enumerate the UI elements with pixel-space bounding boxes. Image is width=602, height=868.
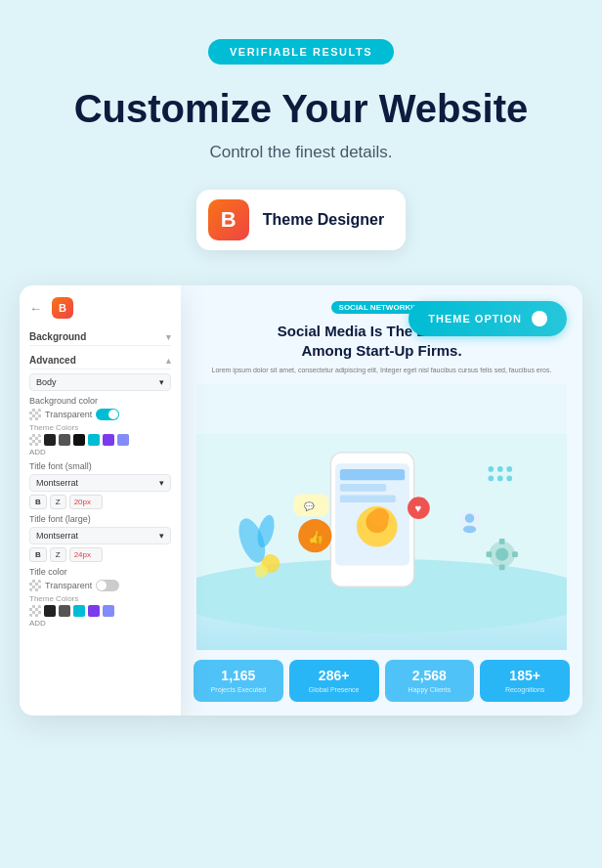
font-large-select[interactable]: Montserrat ▾ — [29, 527, 171, 544]
stat-label-2: Happy Clients — [395, 685, 465, 694]
background-chevron: ▾ — [166, 332, 171, 342]
advanced-chevron: ▴ — [166, 356, 171, 366]
swatch-black[interactable] — [44, 434, 56, 446]
italic-btn-large[interactable]: Z — [50, 547, 66, 562]
swatch2-lightpurple[interactable] — [103, 605, 114, 617]
stat-card-0: 1,165 Projects Executed — [194, 660, 283, 702]
content-area: THEME OPTION Social Networking Social Me… — [181, 285, 582, 716]
theme-colors-label2: Theme Colors — [29, 594, 171, 603]
svg-rect-6 — [340, 495, 396, 502]
color-palette-2 — [29, 605, 171, 617]
add-color-btn2[interactable]: ADD — [29, 619, 171, 628]
sidebar-advanced-title[interactable]: Advanced ▴ — [29, 352, 171, 369]
stat-card-1: 286+ Global Presence — [289, 660, 379, 702]
transparent-swatch2 — [29, 580, 41, 591]
font-size-large[interactable]: 24px — [69, 547, 103, 562]
font-large-row: B Z 24px — [29, 547, 171, 562]
stat-number-1: 286+ — [299, 668, 369, 683]
svg-point-17 — [506, 466, 512, 472]
bg-color-label: Background color — [29, 396, 171, 406]
stat-label-0: Projects Executed — [203, 685, 274, 694]
svg-rect-25 — [487, 551, 493, 557]
svg-point-34 — [463, 525, 476, 533]
title-large-label: Title font (large) — [29, 514, 171, 524]
stat-card-2: 2,568 Happy Clients — [385, 660, 475, 702]
title-color-label: Title color — [29, 567, 171, 577]
svg-point-28 — [255, 564, 268, 577]
svg-point-20 — [506, 475, 512, 481]
transparent-row: Transparent — [29, 409, 171, 420]
svg-point-22 — [495, 547, 508, 560]
sidebar-app-icon: B — [52, 297, 73, 319]
sidebar-advanced-section: Advanced ▴ Body ▾ Background color Trans… — [29, 352, 171, 628]
swatch-gray[interactable] — [59, 434, 70, 446]
transparent-toggle[interactable] — [96, 409, 119, 420]
verifiable-badge: VERIFIABLE RESULTS — [208, 39, 394, 65]
app-label-container[interactable]: B Theme Designer — [196, 190, 406, 250]
svg-text:💬: 💬 — [304, 500, 315, 511]
svg-text:👍: 👍 — [308, 528, 324, 544]
theme-option-dot — [532, 311, 547, 326]
swatch2-purple[interactable] — [88, 605, 100, 617]
transparent-swatch — [29, 409, 41, 420]
svg-point-33 — [465, 513, 474, 522]
swatch-purple[interactable] — [103, 434, 114, 446]
main-subheadline: Control the finest details. — [209, 143, 392, 162]
swatch-transparent[interactable] — [29, 434, 41, 446]
svg-point-16 — [497, 466, 503, 472]
webpage-mockup: Social Networking Social Media Is The Bu… — [181, 285, 582, 650]
add-color-btn1[interactable]: ADD — [29, 448, 171, 456]
theme-option-label: THEME OPTION — [428, 313, 522, 325]
illustration-area: ♥ 💬 👍 — [196, 384, 567, 650]
svg-point-19 — [497, 475, 503, 481]
stats-bar: 1,165 Projects Executed 286+ Global Pres… — [181, 650, 582, 716]
swatch2-gray[interactable] — [59, 605, 70, 617]
svg-rect-4 — [340, 468, 405, 479]
svg-rect-23 — [499, 538, 505, 543]
italic-btn-small[interactable]: Z — [50, 495, 66, 509]
swatch2-cyan[interactable] — [73, 605, 85, 617]
swatch-cyan[interactable] — [88, 434, 100, 446]
sidebar-panel: ← B Background ▾ Advanced ▴ Body ▾ Backg… — [20, 285, 181, 716]
svg-rect-5 — [340, 484, 386, 492]
sidebar-header: ← B — [29, 297, 171, 319]
app-label-text: Theme Designer — [263, 211, 384, 229]
theme-colors-label1: Theme Colors — [29, 423, 171, 432]
swatch2-black[interactable] — [44, 605, 56, 617]
theme-option-button[interactable]: THEME OPTION — [408, 301, 567, 336]
transparent-row2: Transparent — [29, 580, 171, 591]
font-small-select[interactable]: Montserrat ▾ — [29, 474, 171, 492]
stat-label-1: Global Presence — [299, 685, 369, 694]
mockup-area: ← B Background ▾ Advanced ▴ Body ▾ Backg… — [20, 285, 582, 716]
swatch2-transparent[interactable] — [29, 605, 41, 617]
stat-number-2: 2,568 — [395, 668, 465, 683]
sidebar-background-title[interactable]: Background ▾ — [29, 328, 171, 346]
title-small-label: Title font (small) — [29, 461, 171, 471]
stat-label-3: Recognitions — [490, 685, 560, 694]
swatch-darkgray[interactable] — [73, 434, 85, 446]
sidebar-background-section: Background ▾ — [29, 328, 171, 346]
bold-btn-large[interactable]: B — [29, 547, 47, 562]
body-select[interactable]: Body ▾ — [29, 373, 171, 391]
svg-point-15 — [488, 466, 494, 472]
svg-point-31 — [370, 507, 389, 526]
svg-point-18 — [488, 475, 494, 481]
color-palette-1 — [29, 434, 171, 446]
font-small-row: B Z 20px — [29, 495, 171, 509]
transparent-toggle2[interactable] — [96, 580, 119, 591]
font-size-small[interactable]: 20px — [69, 495, 103, 509]
webpage-body: Lorem ipsum dolor sit amet, consectetur … — [196, 366, 567, 376]
back-icon[interactable]: ← — [29, 301, 42, 316]
stat-number-3: 185+ — [490, 668, 560, 683]
main-headline: Customize Your Website — [74, 86, 529, 131]
bold-btn-small[interactable]: B — [29, 495, 47, 509]
svg-text:♥: ♥ — [415, 502, 422, 514]
app-icon: B — [208, 199, 249, 240]
svg-rect-24 — [499, 564, 505, 570]
swatch-lightpurple[interactable] — [117, 434, 129, 446]
stat-number-0: 1,165 — [203, 668, 274, 683]
svg-rect-26 — [512, 551, 518, 557]
stat-card-3: 185+ Recognitions — [480, 660, 570, 702]
